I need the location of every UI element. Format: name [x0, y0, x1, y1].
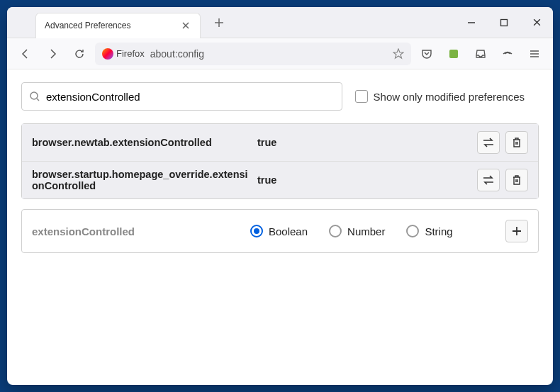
- reload-button[interactable]: [68, 43, 91, 65]
- toggle-button[interactable]: [477, 131, 500, 154]
- minimize-button[interactable]: [455, 7, 488, 38]
- radio-icon: [329, 225, 342, 237]
- show-modified-checkbox[interactable]: Show only modified preferences: [355, 90, 525, 103]
- radio-label: Boolean: [269, 225, 308, 237]
- toggle-button[interactable]: [477, 169, 500, 191]
- radio-boolean[interactable]: Boolean: [250, 225, 308, 237]
- tab-title: Advanced Preferences: [45, 21, 130, 30]
- identity-label: Firefox: [116, 48, 145, 59]
- svg-rect-0: [501, 19, 508, 26]
- pref-row[interactable]: browser.newtab.extensionControlled true: [22, 124, 538, 161]
- close-window-button[interactable]: [520, 7, 553, 38]
- browser-tab[interactable]: Advanced Preferences: [35, 13, 201, 38]
- radio-string[interactable]: String: [406, 225, 452, 237]
- back-button[interactable]: [14, 43, 37, 65]
- radio-icon: [250, 225, 263, 237]
- new-pref-row: extensionControlled Boolean Number Strin…: [21, 209, 539, 253]
- pref-value: true: [257, 174, 471, 186]
- browser-window: Advanced Preferences: [7, 7, 553, 385]
- bookmark-star-icon[interactable]: [393, 48, 404, 60]
- radio-number[interactable]: Number: [329, 225, 385, 237]
- url-bar[interactable]: Firefox about:config: [95, 43, 411, 65]
- shield-icon[interactable]: [496, 43, 519, 65]
- svg-point-2: [30, 92, 38, 99]
- radio-label: String: [425, 225, 452, 237]
- pref-actions: [477, 169, 528, 191]
- url-text: about:config: [150, 48, 387, 60]
- svg-rect-1: [449, 50, 458, 58]
- identity-box[interactable]: Firefox: [102, 48, 145, 60]
- add-pref-button[interactable]: [505, 220, 528, 242]
- pref-name: browser.newtab.extensionControlled: [32, 137, 252, 148]
- maximize-button[interactable]: [488, 7, 520, 38]
- search-icon: [29, 91, 40, 102]
- pocket-icon[interactable]: [415, 43, 438, 65]
- menu-button[interactable]: [523, 43, 546, 65]
- pref-actions: [477, 131, 528, 154]
- search-box[interactable]: [21, 82, 342, 111]
- pref-row[interactable]: browser.startup.homepage_override.extens…: [22, 161, 538, 198]
- new-tab-button[interactable]: [209, 13, 229, 33]
- type-radio-group: Boolean Number String: [250, 225, 500, 237]
- window-controls: [455, 7, 553, 38]
- prefs-table: browser.newtab.extensionControlled true …: [21, 123, 539, 199]
- delete-button[interactable]: [505, 131, 528, 154]
- firefox-icon: [102, 48, 113, 60]
- page-content: Show only modified preferences browser.n…: [7, 69, 553, 385]
- inbox-icon[interactable]: [469, 43, 492, 65]
- extension-icon[interactable]: [442, 43, 465, 65]
- checkbox-icon: [355, 90, 368, 103]
- checkbox-label: Show only modified preferences: [374, 91, 525, 103]
- pref-value: true: [257, 137, 471, 148]
- pref-name: browser.startup.homepage_override.extens…: [32, 169, 252, 191]
- new-pref-name: extensionControlled: [32, 225, 245, 237]
- search-input[interactable]: [46, 91, 335, 103]
- forward-button[interactable]: [41, 43, 64, 65]
- titlebar: Advanced Preferences: [7, 7, 553, 38]
- radio-icon: [406, 225, 419, 237]
- nav-toolbar: Firefox about:config: [7, 38, 553, 69]
- delete-button[interactable]: [505, 169, 528, 191]
- close-tab-icon[interactable]: [180, 20, 191, 31]
- radio-label: Number: [347, 225, 385, 237]
- search-row: Show only modified preferences: [21, 82, 539, 111]
